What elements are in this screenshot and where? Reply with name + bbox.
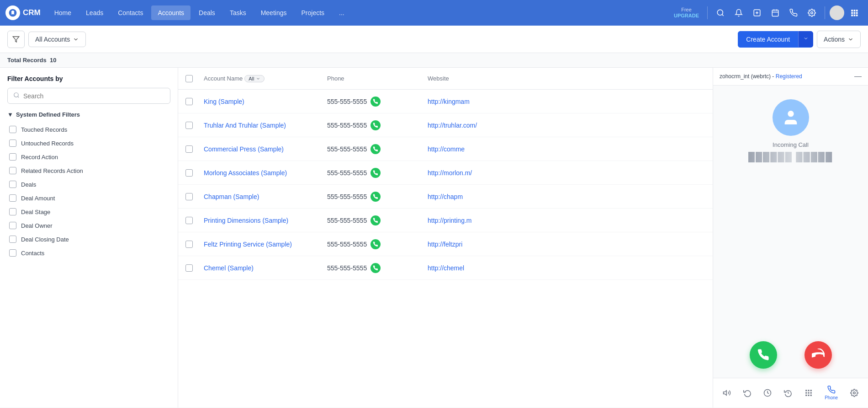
nav-home[interactable]: Home bbox=[48, 5, 78, 20]
row-account-name[interactable]: Truhlar And Truhlar (Sample) bbox=[204, 122, 327, 129]
row-checkbox[interactable] bbox=[185, 122, 193, 129]
filter-item-checkbox[interactable] bbox=[9, 222, 16, 229]
filter-item[interactable]: Deal Stage bbox=[7, 205, 170, 219]
nav-meetings[interactable]: Meetings bbox=[254, 5, 293, 20]
filter-item[interactable]: Untouched Records bbox=[7, 136, 170, 150]
phone-call-icon[interactable] bbox=[370, 239, 381, 249]
row-checkbox-cell[interactable] bbox=[185, 264, 204, 272]
row-website[interactable]: http://truhlar.com/ bbox=[428, 122, 705, 129]
row-account-name[interactable]: Printing Dimensions (Sample) bbox=[204, 217, 327, 224]
nav-accounts[interactable]: Accounts bbox=[151, 5, 191, 20]
filter-search-box[interactable] bbox=[7, 88, 170, 104]
footer-history-btn[interactable] bbox=[780, 386, 796, 400]
filter-item[interactable]: Touched Records bbox=[7, 123, 170, 136]
filter-item-checkbox[interactable] bbox=[9, 236, 16, 243]
row-website[interactable]: http://chapm bbox=[428, 193, 705, 200]
nav-tasks[interactable]: Tasks bbox=[223, 5, 253, 20]
phone-call-icon[interactable] bbox=[370, 120, 381, 130]
phone-call-icon[interactable] bbox=[370, 263, 381, 273]
row-checkbox[interactable] bbox=[185, 145, 193, 153]
minimize-button[interactable]: — bbox=[854, 72, 862, 81]
upgrade-label[interactable]: UPGRADE bbox=[674, 13, 699, 19]
grid-icon-btn[interactable] bbox=[846, 5, 863, 21]
filter-item-checkbox[interactable] bbox=[9, 126, 16, 133]
footer-settings-btn[interactable] bbox=[847, 386, 862, 400]
row-checkbox-cell[interactable] bbox=[185, 241, 204, 248]
user-avatar[interactable] bbox=[830, 5, 844, 20]
row-checkbox[interactable] bbox=[185, 264, 193, 272]
phone-call-icon[interactable] bbox=[370, 168, 381, 178]
row-checkbox-cell[interactable] bbox=[185, 193, 204, 200]
nav-deals[interactable]: Deals bbox=[192, 5, 222, 20]
th-select-all[interactable] bbox=[185, 75, 204, 82]
row-checkbox[interactable] bbox=[185, 98, 193, 105]
footer-phone-btn[interactable]: Phone bbox=[821, 383, 842, 403]
row-account-name[interactable]: Chemel (Sample) bbox=[204, 264, 327, 272]
filter-button[interactable] bbox=[7, 31, 25, 48]
add-icon-btn[interactable] bbox=[749, 5, 765, 21]
filter-item[interactable]: Deals bbox=[7, 177, 170, 191]
create-account-label[interactable]: Create Account bbox=[738, 31, 798, 48]
nav-logo[interactable]: CRM bbox=[5, 5, 41, 20]
row-website[interactable]: http://comme bbox=[428, 145, 705, 153]
row-account-name[interactable]: Morlong Associates (Sample) bbox=[204, 169, 327, 177]
phone-call-icon[interactable] bbox=[370, 144, 381, 154]
create-account-dropdown-arrow[interactable] bbox=[798, 31, 813, 47]
settings-icon-btn[interactable] bbox=[804, 5, 820, 21]
filter-item[interactable]: Deal Owner bbox=[7, 219, 170, 232]
search-icon-btn[interactable] bbox=[712, 5, 729, 21]
actions-button[interactable]: Actions bbox=[817, 31, 861, 48]
row-website[interactable]: http://kingmam bbox=[428, 98, 705, 105]
calendar-icon-btn[interactable] bbox=[767, 5, 783, 21]
phone-call-icon[interactable] bbox=[370, 192, 381, 202]
footer-clock-btn[interactable] bbox=[760, 386, 775, 400]
row-website[interactable]: http://feltzpri bbox=[428, 241, 705, 248]
row-checkbox-cell[interactable] bbox=[185, 122, 204, 129]
row-checkbox-cell[interactable] bbox=[185, 217, 204, 224]
footer-refresh-btn[interactable] bbox=[740, 386, 755, 400]
row-checkbox[interactable] bbox=[185, 217, 193, 224]
row-account-name[interactable]: King (Sample) bbox=[204, 98, 327, 105]
row-account-name[interactable]: Chapman (Sample) bbox=[204, 193, 327, 200]
nav-contacts[interactable]: Contacts bbox=[111, 5, 149, 20]
row-account-name[interactable]: Commercial Press (Sample) bbox=[204, 145, 327, 153]
nav-more[interactable]: ... bbox=[333, 5, 351, 20]
row-checkbox[interactable] bbox=[185, 241, 193, 248]
filter-item[interactable]: Deal Closing Date bbox=[7, 232, 170, 246]
filter-item-checkbox[interactable] bbox=[9, 140, 16, 147]
row-website[interactable]: http://printing.m bbox=[428, 217, 705, 224]
row-checkbox-cell[interactable] bbox=[185, 98, 204, 105]
phone-panel-icon-btn[interactable] bbox=[785, 5, 802, 21]
filter-item-checkbox[interactable] bbox=[9, 153, 16, 161]
phone-call-icon[interactable] bbox=[370, 97, 381, 107]
create-account-button[interactable]: Create Account bbox=[738, 31, 813, 48]
filter-item-checkbox[interactable] bbox=[9, 249, 16, 257]
filter-item[interactable]: Related Records Action bbox=[7, 164, 170, 177]
row-website[interactable]: http://chemel bbox=[428, 264, 705, 272]
accept-call-button[interactable] bbox=[750, 341, 777, 369]
nav-leads[interactable]: Leads bbox=[79, 5, 110, 20]
select-all-checkbox[interactable] bbox=[185, 75, 193, 82]
filter-item[interactable]: Record Action bbox=[7, 150, 170, 164]
filter-item[interactable]: Contacts bbox=[7, 246, 170, 260]
row-checkbox[interactable] bbox=[185, 193, 193, 200]
notifications-icon-btn[interactable] bbox=[730, 5, 747, 21]
filter-search-input[interactable] bbox=[23, 92, 164, 100]
row-checkbox-cell[interactable] bbox=[185, 145, 204, 153]
row-account-name[interactable]: Feltz Printing Service (Sample) bbox=[204, 241, 327, 248]
filter-item[interactable]: Deal Amount bbox=[7, 191, 170, 205]
all-accounts-dropdown[interactable]: All Accounts bbox=[28, 32, 86, 47]
account-name-filter-pill[interactable]: All bbox=[244, 75, 264, 82]
filter-item-checkbox[interactable] bbox=[9, 181, 16, 188]
row-checkbox[interactable] bbox=[185, 169, 193, 177]
filter-item-checkbox[interactable] bbox=[9, 208, 16, 215]
system-filters-header[interactable]: ▼ System Defined Filters bbox=[7, 111, 170, 118]
filter-item-checkbox[interactable] bbox=[9, 194, 16, 202]
nav-projects[interactable]: Projects bbox=[295, 5, 331, 20]
reject-call-button[interactable] bbox=[804, 341, 832, 369]
filter-item-checkbox[interactable] bbox=[9, 167, 16, 174]
footer-grid-btn[interactable] bbox=[801, 386, 816, 400]
footer-speaker-btn[interactable] bbox=[719, 386, 735, 400]
row-checkbox-cell[interactable] bbox=[185, 169, 204, 177]
row-website[interactable]: http://morlon.m/ bbox=[428, 169, 705, 177]
